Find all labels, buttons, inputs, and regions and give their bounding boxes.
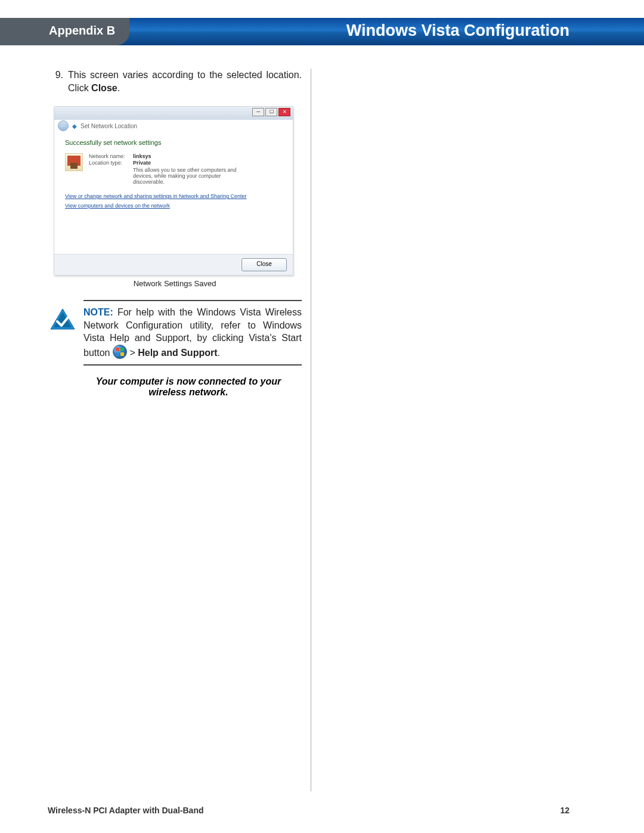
- connected-line2: wireless network.: [75, 387, 302, 398]
- note-period: .: [218, 348, 220, 358]
- step-text-post: .: [117, 83, 120, 93]
- connected-message: Your computer is now connected to your w…: [75, 376, 302, 398]
- view-devices-link[interactable]: View computers and devices on the networ…: [65, 203, 282, 209]
- step-text: This screen varies according to the sele…: [68, 69, 302, 94]
- page-footer: Wireless-N PCI Adapter with Dual-Band 12: [48, 806, 569, 815]
- screenshot-caption: Network Settings Saved: [48, 279, 302, 288]
- network-name-label: Network name:: [89, 153, 133, 159]
- close-button[interactable]: Close: [242, 258, 287, 271]
- note-text: NOTE: For help with the Windows Vista Wi…: [83, 306, 302, 359]
- appendix-label: Appendix B: [0, 18, 129, 45]
- location-type-value: Private: [133, 160, 252, 166]
- note-block: NOTE: For help with the Windows Vista Wi…: [83, 300, 302, 365]
- location-type-label: Location type:: [89, 160, 133, 185]
- left-column: 9. This screen varies according to the s…: [48, 69, 311, 791]
- close-window-button[interactable]: ✕: [278, 108, 290, 116]
- sharing-center-link[interactable]: View or change network and sharing setti…: [65, 193, 282, 199]
- back-button[interactable]: ←: [58, 120, 69, 131]
- note-help-bold: Help and Support: [138, 348, 217, 358]
- windows-start-orb-icon: [113, 345, 127, 359]
- set-network-location-screenshot: ─ ☐ ✕ ← ◆ Set Network Location Successfu…: [54, 106, 293, 275]
- product-name: Wireless-N PCI Adapter with Dual-Band: [48, 806, 204, 815]
- step-text-bold: Close: [91, 83, 117, 93]
- step-number: 9.: [48, 69, 68, 94]
- note-gt: >: [127, 348, 138, 358]
- house-icon: [65, 153, 83, 171]
- window-toolbar: ← ◆ Set Network Location: [54, 120, 293, 132]
- network-name-value: linksys: [133, 153, 252, 159]
- window-body: Successfully set network settings Networ…: [54, 132, 293, 255]
- success-heading: Successfully set network settings: [65, 139, 282, 146]
- window-title-text: Set Network Location: [80, 123, 137, 129]
- window-footer: Close: [54, 254, 293, 275]
- connected-line1: Your computer is now connected to your: [75, 376, 302, 387]
- note-label: NOTE:: [83, 307, 113, 317]
- checkmark-icon: [50, 308, 75, 330]
- instruction-step: 9. This screen varies according to the s…: [48, 69, 302, 94]
- page-header: Appendix B Windows Vista Configuration: [0, 18, 644, 45]
- window-titlebar: ─ ☐ ✕: [54, 107, 293, 120]
- maximize-button[interactable]: ☐: [265, 108, 277, 116]
- minimize-button[interactable]: ─: [252, 108, 264, 116]
- location-type-description: This allows you to see other computers a…: [133, 167, 252, 185]
- page-title: Windows Vista Configuration: [116, 18, 644, 45]
- page-number: 12: [560, 806, 569, 815]
